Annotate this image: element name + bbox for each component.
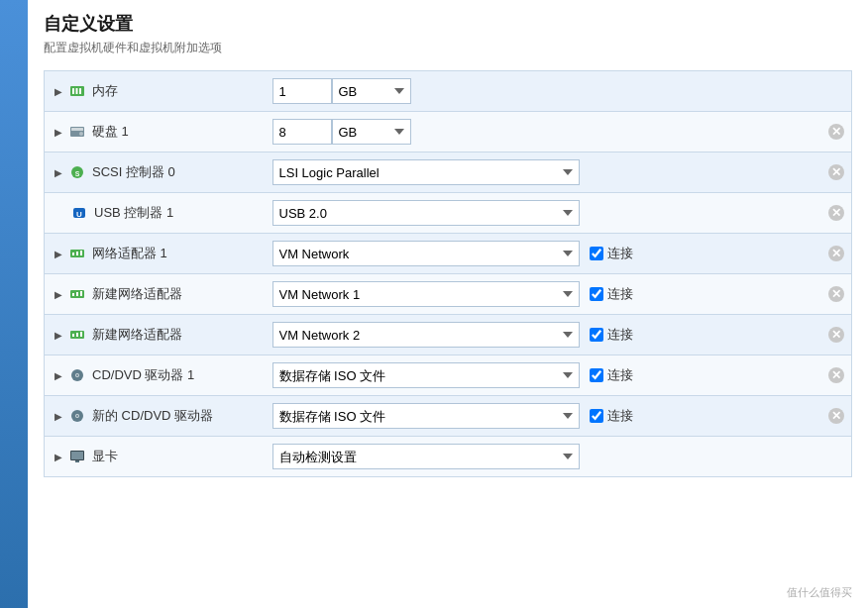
- control-cell-memory: MBGB: [263, 71, 822, 112]
- select-display[interactable]: 自动检测设置指定自定义设置: [272, 444, 580, 469]
- select-cd2[interactable]: 数据存储 ISO 文件客户端设备主机设备: [272, 403, 580, 429]
- action-cell-scsi0: ✕: [822, 152, 852, 193]
- svg-rect-5: [71, 128, 83, 131]
- page-title: 自定义设置: [44, 12, 852, 36]
- svg-rect-14: [80, 251, 82, 255]
- remove-button-nic3[interactable]: ✕: [827, 326, 845, 344]
- connect-checkbox-nic3[interactable]: [590, 328, 603, 342]
- svg-rect-22: [80, 332, 82, 337]
- action-cell-nic3: ✕: [822, 315, 852, 355]
- connect-label-cd1[interactable]: 连接: [590, 366, 633, 384]
- select-usb1[interactable]: USB 2.0USB 3.0: [272, 200, 580, 226]
- remove-icon-disk1: ✕: [828, 124, 844, 140]
- label-cell-cd1: ▶ CD/DVD 驱动器 1: [45, 355, 263, 396]
- row-label-text-usb1: USB 控制器 1: [94, 204, 173, 222]
- nic-icon: [68, 328, 86, 342]
- label-cell-nic1: ▶ 网络适配器 1: [45, 234, 263, 274]
- connect-text-nic3: 连接: [607, 326, 633, 344]
- connect-label-cd2[interactable]: 连接: [590, 407, 633, 425]
- control-cell-cd2: 数据存储 ISO 文件客户端设备主机设备连接: [263, 396, 822, 437]
- label-cell-nic3: ▶ 新建网络适配器: [45, 315, 263, 355]
- connect-text-nic1: 连接: [607, 245, 633, 262]
- select-nic3[interactable]: VM NetworkVM Network 1VM Network 2: [272, 322, 580, 348]
- select-scsi0[interactable]: LSI Logic ParallelLSI Logic SASVMware Pa…: [272, 159, 580, 185]
- select-nic1[interactable]: VM NetworkVM Network 1VM Network 2: [272, 241, 580, 266]
- row-label-text-display: 显卡: [92, 448, 118, 465]
- svg-rect-30: [71, 452, 83, 459]
- connect-label-nic2[interactable]: 连接: [590, 285, 633, 303]
- table-row: ▶ 显卡自动检测设置指定自定义设置: [45, 437, 852, 477]
- svg-rect-31: [75, 460, 79, 462]
- action-cell-nic2: ✕: [822, 274, 852, 315]
- expand-arrow-disk1[interactable]: ▶: [54, 127, 62, 138]
- svg-point-28: [76, 415, 78, 417]
- label-cell-usb1: U USB 控制器 1: [45, 193, 263, 234]
- memory-icon: [68, 84, 86, 98]
- label-cell-scsi0: ▶ S SCSI 控制器 0: [45, 152, 263, 193]
- remove-button-nic1[interactable]: ✕: [827, 245, 845, 262]
- label-cell-disk1: ▶ 硬盘 1: [45, 112, 263, 152]
- remove-icon-usb1: ✕: [828, 205, 844, 221]
- table-row: ▶ 新的 CD/DVD 驱动器数据存储 ISO 文件客户端设备主机设备连接✕: [45, 396, 852, 437]
- connect-checkbox-cd2[interactable]: [590, 409, 603, 423]
- table-row: ▶ 硬盘 1MBGB✕: [45, 112, 852, 152]
- connect-text-cd2: 连接: [607, 407, 633, 425]
- svg-rect-13: [76, 252, 78, 255]
- cd-icon: [68, 368, 86, 382]
- hardware-table: ▶ 内存MBGB▶ 硬盘 1MBGB✕▶ S SCSI 控制器 0LSI Log…: [44, 70, 852, 477]
- expand-arrow-nic1[interactable]: ▶: [54, 249, 62, 259]
- table-row: ▶ 新建网络适配器VM NetworkVM Network 1VM Networ…: [45, 315, 852, 355]
- table-row: ▶ CD/DVD 驱动器 1数据存储 ISO 文件客户端设备主机设备连接✕: [45, 355, 852, 396]
- action-cell-cd2: ✕: [822, 396, 852, 437]
- table-row: ▶ 网络适配器 1VM NetworkVM Network 1VM Networ…: [45, 234, 852, 274]
- unit-select-memory[interactable]: MBGB: [332, 78, 411, 104]
- connect-checkbox-nic2[interactable]: [590, 287, 603, 301]
- table-row: U USB 控制器 1USB 2.0USB 3.0✕: [45, 193, 852, 234]
- control-cell-nic1: VM NetworkVM Network 1VM Network 2连接: [263, 234, 822, 274]
- usb-icon: U: [70, 206, 88, 220]
- action-cell-display: [822, 437, 852, 477]
- expand-arrow-nic3[interactable]: ▶: [54, 330, 62, 341]
- disk-icon: [68, 125, 86, 139]
- control-cell-display: 自动检测设置指定自定义设置: [263, 437, 822, 477]
- remove-button-cd2[interactable]: ✕: [827, 407, 845, 425]
- remove-button-usb1[interactable]: ✕: [827, 204, 845, 222]
- connect-checkbox-nic1[interactable]: [590, 247, 603, 260]
- remove-button-disk1[interactable]: ✕: [827, 123, 845, 141]
- remove-button-scsi0[interactable]: ✕: [827, 163, 845, 181]
- svg-point-6: [79, 132, 83, 136]
- display-icon: [68, 450, 86, 463]
- expand-arrow-nic2[interactable]: ▶: [54, 289, 62, 300]
- expand-arrow-cd1[interactable]: ▶: [54, 370, 62, 381]
- control-cell-scsi0: LSI Logic ParallelLSI Logic SASVMware Pa…: [263, 152, 822, 193]
- action-cell-disk1: ✕: [822, 112, 852, 152]
- action-cell-usb1: ✕: [822, 193, 852, 234]
- expand-arrow-display[interactable]: ▶: [54, 452, 62, 462]
- page-subtitle: 配置虚拟机硬件和虚拟机附加选项: [44, 40, 852, 56]
- connect-text-cd1: 连接: [607, 366, 633, 384]
- select-nic2[interactable]: VM NetworkVM Network 1VM Network 2: [272, 281, 580, 307]
- label-cell-memory: ▶ 内存: [45, 71, 263, 112]
- number-input-disk1[interactable]: [272, 119, 332, 145]
- control-cell-nic2: VM NetworkVM Network 1VM Network 2连接: [263, 274, 822, 315]
- remove-button-nic2[interactable]: ✕: [827, 285, 845, 303]
- expand-arrow-memory[interactable]: ▶: [54, 86, 62, 97]
- connect-label-nic1[interactable]: 连接: [590, 245, 633, 262]
- remove-icon-cd2: ✕: [828, 408, 844, 424]
- row-label-text-nic1: 网络适配器 1: [92, 245, 167, 262]
- row-label-text-memory: 内存: [92, 82, 118, 100]
- svg-rect-18: [80, 291, 82, 296]
- control-cell-cd1: 数据存储 ISO 文件客户端设备主机设备连接: [263, 355, 822, 396]
- svg-point-25: [76, 374, 78, 376]
- connect-label-nic3[interactable]: 连接: [590, 326, 633, 344]
- remove-icon-cd1: ✕: [828, 367, 844, 383]
- connect-checkbox-cd1[interactable]: [590, 368, 603, 382]
- unit-select-disk1[interactable]: MBGB: [332, 119, 411, 145]
- number-input-memory[interactable]: [272, 78, 332, 104]
- expand-arrow-scsi0[interactable]: ▶: [54, 167, 62, 178]
- select-cd1[interactable]: 数据存储 ISO 文件客户端设备主机设备: [272, 362, 580, 388]
- remove-button-cd1[interactable]: ✕: [827, 366, 845, 384]
- watermark: 值什么值得买: [787, 585, 852, 600]
- remove-icon-nic2: ✕: [828, 286, 844, 302]
- expand-arrow-cd2[interactable]: ▶: [54, 411, 62, 422]
